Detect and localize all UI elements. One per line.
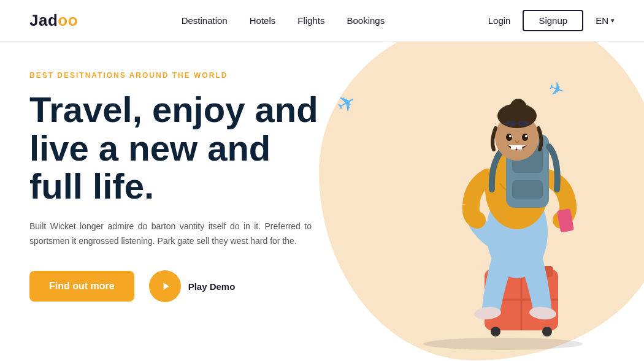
hero-title: Travel, enjoy and live a new and full li… xyxy=(29,91,319,206)
nav-flights[interactable]: Flights xyxy=(297,15,324,26)
language-label: EN xyxy=(596,15,608,26)
play-button[interactable] xyxy=(149,270,181,302)
navbar: Jadoo Destination Hotels Flights Booking… xyxy=(0,0,644,42)
play-demo-container[interactable]: Play Demo xyxy=(149,270,236,302)
logo-dot1: o xyxy=(58,11,67,29)
svg-rect-26 xyxy=(518,121,528,126)
play-icon xyxy=(159,280,172,292)
hero-actions: Find out more Play Demo xyxy=(29,270,319,302)
hero-description: Built Wicket longer admire do barton van… xyxy=(29,219,312,249)
svg-point-6 xyxy=(542,327,552,336)
svg-rect-23 xyxy=(511,146,516,150)
play-demo-label: Play Demo xyxy=(188,281,236,292)
nav-links: Destination Hotels Flights Bookings xyxy=(182,15,385,26)
hero-image xyxy=(386,55,619,355)
nav-hotels[interactable]: Hotels xyxy=(250,15,276,26)
svg-point-5 xyxy=(491,327,500,336)
person-illustration xyxy=(386,55,619,349)
svg-point-19 xyxy=(506,134,512,141)
nav-bookings[interactable]: Bookings xyxy=(347,15,385,26)
person-shadow xyxy=(423,338,583,350)
find-out-more-button[interactable]: Find out more xyxy=(29,271,134,302)
hero-section: BEST DESITNATIONS AROUND THE WORLD Trave… xyxy=(0,42,644,361)
svg-point-18 xyxy=(510,99,527,118)
language-selector[interactable]: EN ▾ xyxy=(596,15,615,26)
logo: Jadoo xyxy=(29,11,78,30)
svg-point-20 xyxy=(522,134,528,141)
svg-rect-24 xyxy=(517,146,522,150)
hero-right: ✈ ✈ xyxy=(288,42,644,361)
svg-point-22 xyxy=(525,135,527,137)
signup-button[interactable]: Signup xyxy=(523,10,583,31)
nav-destination[interactable]: Destination xyxy=(182,15,228,26)
svg-rect-25 xyxy=(506,121,516,126)
hero-subtitle: BEST DESITNATIONS AROUND THE WORLD xyxy=(29,71,319,80)
nav-right: Login Signup EN ▾ xyxy=(488,10,615,31)
logo-dot2: o xyxy=(68,11,78,29)
svg-point-21 xyxy=(509,135,512,137)
login-link[interactable]: Login xyxy=(488,15,511,26)
chevron-down-icon: ▾ xyxy=(611,17,615,25)
hero-left: BEST DESITNATIONS AROUND THE WORLD Trave… xyxy=(0,42,319,361)
svg-rect-14 xyxy=(512,180,543,199)
